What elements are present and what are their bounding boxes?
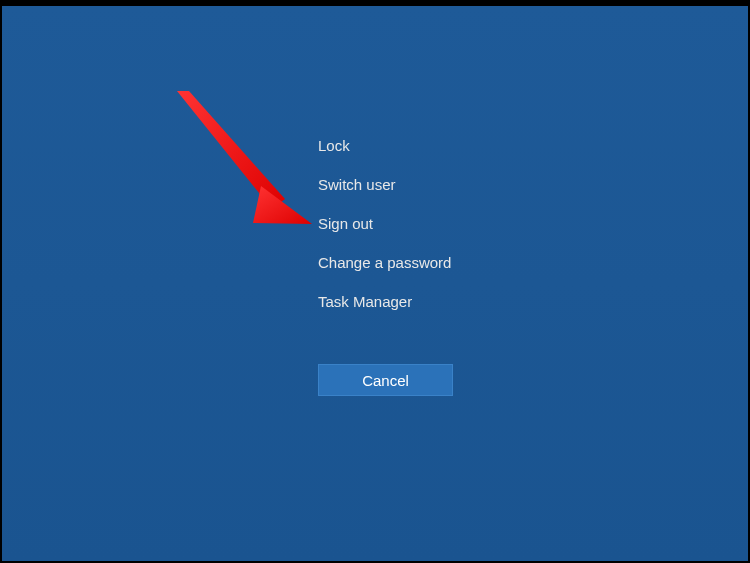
switch-user-option[interactable]: Switch user	[318, 165, 451, 204]
lock-option[interactable]: Lock	[318, 126, 451, 165]
change-password-option[interactable]: Change a password	[318, 243, 451, 282]
svg-marker-0	[177, 91, 285, 209]
security-options-menu: Lock Switch user Sign out Change a passw…	[318, 126, 451, 321]
cancel-button[interactable]: Cancel	[318, 364, 453, 396]
task-manager-option[interactable]: Task Manager	[318, 282, 451, 321]
windows-security-screen: Lock Switch user Sign out Change a passw…	[2, 6, 748, 561]
sign-out-option[interactable]: Sign out	[318, 204, 451, 243]
svg-marker-1	[253, 186, 312, 224]
annotation-arrow-icon	[157, 81, 327, 251]
